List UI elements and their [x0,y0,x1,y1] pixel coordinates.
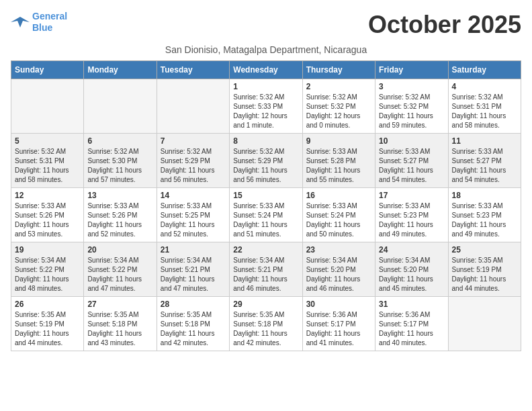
day-number: 30 [306,300,371,309]
calendar-cell: 19Sunrise: 5:34 AM Sunset: 5:22 PM Dayli… [11,242,84,297]
calendar-cell: 18Sunrise: 5:33 AM Sunset: 5:23 PM Dayli… [448,188,521,242]
day-info: Sunrise: 5:32 AM Sunset: 5:31 PM Dayligh… [452,93,517,130]
day-header-tuesday: Tuesday [157,61,229,79]
logo-icon [11,14,30,30]
day-number: 13 [87,191,152,200]
day-info: Sunrise: 5:33 AM Sunset: 5:25 PM Dayligh… [161,201,226,239]
day-info: Sunrise: 5:35 AM Sunset: 5:18 PM Dayligh… [233,310,298,348]
calendar-cell: 5Sunrise: 5:32 AM Sunset: 5:31 PM Daylig… [11,134,84,188]
day-number: 6 [87,136,152,146]
day-number: 7 [161,136,226,146]
day-number: 29 [233,300,298,309]
day-number: 21 [161,245,226,255]
svg-marker-0 [11,17,30,28]
calendar-cell: 11Sunrise: 5:33 AM Sunset: 5:27 PM Dayli… [448,134,521,188]
header: General Blue October 2025 [11,11,521,39]
calendar-cell: 3Sunrise: 5:32 AM Sunset: 5:32 PM Daylig… [375,79,448,134]
calendar-cell: 6Sunrise: 5:32 AM Sunset: 5:30 PM Daylig… [84,134,157,188]
day-header-thursday: Thursday [302,61,375,79]
day-info: Sunrise: 5:33 AM Sunset: 5:26 PM Dayligh… [87,201,152,239]
day-info: Sunrise: 5:35 AM Sunset: 5:18 PM Dayligh… [87,310,152,348]
calendar-week-3: 12Sunrise: 5:33 AM Sunset: 5:26 PM Dayli… [11,188,521,242]
day-info: Sunrise: 5:32 AM Sunset: 5:30 PM Dayligh… [87,147,152,185]
logo-line1: General [32,11,67,21]
day-header-monday: Monday [84,61,157,79]
day-header-sunday: Sunday [11,61,84,79]
day-number: 3 [379,82,444,91]
day-number: 19 [15,245,80,255]
calendar-cell: 12Sunrise: 5:33 AM Sunset: 5:26 PM Dayli… [11,188,84,242]
logo: General Blue [11,11,67,34]
calendar-cell: 15Sunrise: 5:33 AM Sunset: 5:24 PM Dayli… [230,188,302,242]
day-header-saturday: Saturday [448,61,521,79]
day-number: 18 [452,191,517,200]
calendar-cell [448,297,521,351]
calendar-week-4: 19Sunrise: 5:34 AM Sunset: 5:22 PM Dayli… [11,242,521,297]
day-info: Sunrise: 5:34 AM Sunset: 5:22 PM Dayligh… [87,256,152,293]
logo-line2: Blue [32,22,52,33]
day-info: Sunrise: 5:32 AM Sunset: 5:32 PM Dayligh… [306,93,371,130]
day-info: Sunrise: 5:33 AM Sunset: 5:24 PM Dayligh… [233,201,298,239]
day-number: 16 [306,191,371,200]
calendar-cell: 14Sunrise: 5:33 AM Sunset: 5:25 PM Dayli… [157,188,229,242]
day-number: 14 [161,191,226,200]
day-number: 11 [452,136,517,146]
calendar-cell: 17Sunrise: 5:33 AM Sunset: 5:23 PM Dayli… [375,188,448,242]
day-number: 25 [452,245,517,255]
calendar-cell: 10Sunrise: 5:33 AM Sunset: 5:27 PM Dayli… [375,134,448,188]
day-number: 26 [15,300,80,309]
day-number: 12 [15,191,80,200]
day-info: Sunrise: 5:32 AM Sunset: 5:33 PM Dayligh… [233,93,298,130]
day-number: 24 [379,245,444,255]
day-number: 31 [379,300,444,309]
day-info: Sunrise: 5:33 AM Sunset: 5:27 PM Dayligh… [452,147,517,185]
calendar-cell [11,79,84,134]
header-row: SundayMondayTuesdayWednesdayThursdayFrid… [11,61,521,79]
calendar-cell: 21Sunrise: 5:34 AM Sunset: 5:21 PM Dayli… [157,242,229,297]
day-info: Sunrise: 5:32 AM Sunset: 5:32 PM Dayligh… [379,93,444,130]
day-info: Sunrise: 5:33 AM Sunset: 5:27 PM Dayligh… [379,147,444,185]
calendar-cell: 26Sunrise: 5:35 AM Sunset: 5:19 PM Dayli… [11,297,84,351]
logo-text: General Blue [32,11,67,34]
calendar-cell: 9Sunrise: 5:33 AM Sunset: 5:28 PM Daylig… [302,134,375,188]
day-number: 17 [379,191,444,200]
calendar-cell: 1Sunrise: 5:32 AM Sunset: 5:33 PM Daylig… [230,79,302,134]
day-info: Sunrise: 5:34 AM Sunset: 5:20 PM Dayligh… [306,256,371,293]
day-info: Sunrise: 5:35 AM Sunset: 5:18 PM Dayligh… [161,310,226,348]
day-info: Sunrise: 5:33 AM Sunset: 5:26 PM Dayligh… [15,201,80,239]
calendar-cell: 29Sunrise: 5:35 AM Sunset: 5:18 PM Dayli… [230,297,302,351]
day-number: 10 [379,136,444,146]
calendar-week-5: 26Sunrise: 5:35 AM Sunset: 5:19 PM Dayli… [11,297,521,351]
calendar-cell: 20Sunrise: 5:34 AM Sunset: 5:22 PM Dayli… [84,242,157,297]
day-info: Sunrise: 5:33 AM Sunset: 5:24 PM Dayligh… [306,201,371,239]
day-number: 28 [161,300,226,309]
day-number: 15 [233,191,298,200]
day-info: Sunrise: 5:33 AM Sunset: 5:28 PM Dayligh… [306,147,371,185]
calendar-cell: 22Sunrise: 5:34 AM Sunset: 5:21 PM Dayli… [230,242,302,297]
calendar-cell: 30Sunrise: 5:36 AM Sunset: 5:17 PM Dayli… [302,297,375,351]
day-number: 2 [306,82,371,91]
day-info: Sunrise: 5:34 AM Sunset: 5:22 PM Dayligh… [15,256,80,293]
calendar-cell [84,79,157,134]
day-info: Sunrise: 5:33 AM Sunset: 5:23 PM Dayligh… [379,201,444,239]
calendar-cell: 7Sunrise: 5:32 AM Sunset: 5:29 PM Daylig… [157,134,229,188]
day-info: Sunrise: 5:32 AM Sunset: 5:31 PM Dayligh… [15,147,80,185]
day-number: 20 [87,245,152,255]
day-info: Sunrise: 5:33 AM Sunset: 5:23 PM Dayligh… [452,201,517,239]
day-number: 1 [233,82,298,91]
calendar-cell: 25Sunrise: 5:35 AM Sunset: 5:19 PM Dayli… [448,242,521,297]
calendar-cell: 16Sunrise: 5:33 AM Sunset: 5:24 PM Dayli… [302,188,375,242]
calendar-cell: 4Sunrise: 5:32 AM Sunset: 5:31 PM Daylig… [448,79,521,134]
calendar-table: SundayMondayTuesdayWednesdayThursdayFrid… [11,60,521,351]
calendar-cell: 31Sunrise: 5:36 AM Sunset: 5:17 PM Dayli… [375,297,448,351]
day-info: Sunrise: 5:34 AM Sunset: 5:21 PM Dayligh… [161,256,226,293]
title-section: October 2025 [368,11,521,39]
day-header-wednesday: Wednesday [230,61,302,79]
day-info: Sunrise: 5:36 AM Sunset: 5:17 PM Dayligh… [379,310,444,348]
day-info: Sunrise: 5:32 AM Sunset: 5:29 PM Dayligh… [233,147,298,185]
day-info: Sunrise: 5:35 AM Sunset: 5:19 PM Dayligh… [452,256,517,293]
day-number: 9 [306,136,371,146]
day-info: Sunrise: 5:32 AM Sunset: 5:29 PM Dayligh… [161,147,226,185]
day-number: 27 [87,300,152,309]
day-info: Sunrise: 5:35 AM Sunset: 5:19 PM Dayligh… [15,310,80,348]
